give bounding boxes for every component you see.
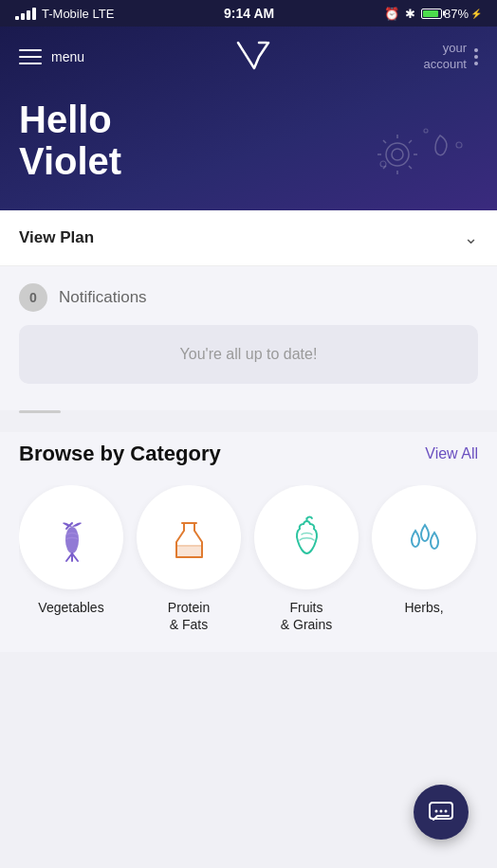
category-circle-protein-fats <box>137 485 241 589</box>
notifications-header: 0 Notifications <box>19 283 478 312</box>
category-circle-vegetables <box>19 485 123 589</box>
chat-icon <box>428 799 454 825</box>
account-button[interactable]: your account <box>423 41 478 73</box>
notifications-section: 0 Notifications You're all up to date! <box>0 266 497 410</box>
status-right: ⏰ ✱ 87% ⚡ <box>384 7 482 21</box>
category-item-fruits-grains[interactable]: Fruits & Grains <box>254 485 359 633</box>
category-label-vegetables: Vegetables <box>38 599 103 616</box>
category-item-vegetables[interactable]: Vegetables <box>19 485 123 633</box>
chevron-down-icon: ⌄ <box>464 227 478 248</box>
battery-icon: 87% ⚡ <box>421 7 482 21</box>
svg-point-13 <box>65 527 79 553</box>
logo <box>230 38 278 76</box>
header: menu your account Hello Violet <box>0 27 497 210</box>
bluetooth-icon: ✱ <box>405 7 415 21</box>
account-label: your account <box>423 41 467 73</box>
signal-icon <box>15 8 36 20</box>
status-left: T-Mobile LTE <box>15 7 114 21</box>
browse-title: Browse by Category <box>19 442 221 466</box>
header-top: menu your account <box>19 38 478 76</box>
status-bar: T-Mobile LTE 9:14 AM ⏰ ✱ 87% ⚡ <box>0 0 497 27</box>
charging-icon: ⚡ <box>470 9 482 19</box>
protein-fats-icon <box>163 512 215 564</box>
carrier-text: T-Mobile LTE <box>42 7 114 21</box>
notifications-empty-text: You're all up to date! <box>180 346 318 362</box>
category-label-herbs: Herbs, <box>404 599 443 616</box>
time-text: 9:14 AM <box>224 6 274 21</box>
svg-point-16 <box>440 810 443 813</box>
logo-icon <box>230 38 278 76</box>
category-label-protein-fats: Protein & Fats <box>168 599 210 633</box>
view-all-button[interactable]: View All <box>425 445 478 462</box>
more-dots-icon <box>474 48 478 65</box>
alarm-icon: ⏰ <box>384 7 399 21</box>
category-item-protein-fats[interactable]: Protein & Fats <box>137 485 241 633</box>
notifications-label: Notifications <box>59 288 147 307</box>
view-plan-label: View Plan <box>19 228 94 247</box>
view-plan-button[interactable]: View Plan ⌄ <box>0 210 497 266</box>
category-circle-fruits-grains <box>254 485 359 589</box>
svg-point-17 <box>445 810 448 813</box>
browse-section: Browse by Category View All <box>0 432 497 652</box>
menu-button[interactable]: menu <box>19 49 84 64</box>
menu-label: menu <box>51 49 84 64</box>
battery-text: 87% <box>444 7 469 21</box>
categories-row: Vegetables Protein & Fats <box>19 485 478 633</box>
greeting-text: Hello Violet <box>19 99 478 182</box>
browse-header: Browse by Category View All <box>19 442 478 466</box>
category-label-fruits-grains: Fruits & Grains <box>281 599 332 633</box>
herbs-icon <box>398 512 451 564</box>
svg-point-15 <box>435 810 438 813</box>
category-circle-herbs <box>372 485 476 589</box>
vegetables-icon <box>46 512 98 564</box>
section-divider <box>19 410 61 413</box>
notification-count-badge: 0 <box>19 283 47 312</box>
notifications-empty-box: You're all up to date! <box>19 325 478 384</box>
category-item-herbs[interactable]: Herbs, <box>372 485 476 633</box>
chat-fab-button[interactable] <box>414 785 469 840</box>
hamburger-icon <box>19 49 42 64</box>
fruits-grains-icon <box>281 512 333 564</box>
